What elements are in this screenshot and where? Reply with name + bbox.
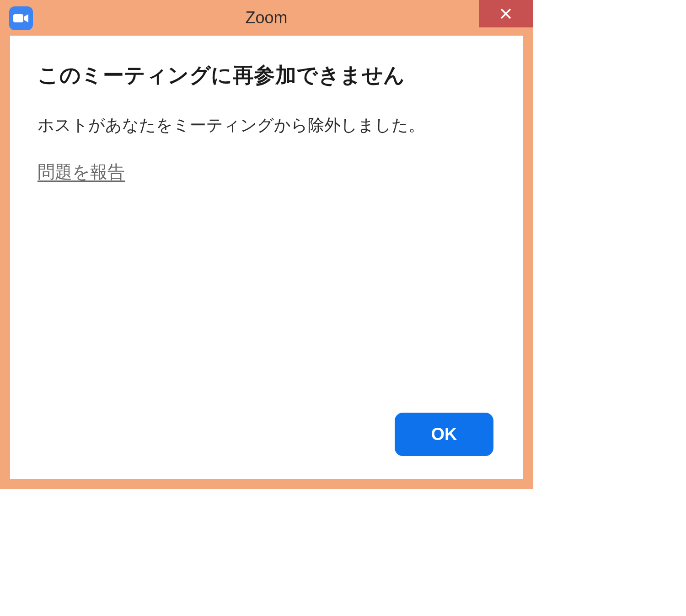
window-title: Zoom xyxy=(0,8,533,27)
spacer xyxy=(38,184,495,413)
svg-rect-0 xyxy=(13,14,23,22)
close-icon xyxy=(500,8,512,20)
dialog-message: ホストがあなたをミーティングから除外しました。 xyxy=(38,114,495,137)
close-button[interactable] xyxy=(479,0,533,27)
report-problem-link[interactable]: 問題を報告 xyxy=(38,160,125,184)
zoom-app-icon xyxy=(9,6,33,30)
titlebar: Zoom xyxy=(0,0,533,36)
dialog-body: このミーティングに再参加できません ホストがあなたをミーティングから除外しました… xyxy=(10,36,523,479)
ok-button[interactable]: OK xyxy=(395,413,493,456)
dialog-footer: OK xyxy=(38,413,495,461)
dialog-window: Zoom このミーティングに再参加できません ホストがあなたをミーティングから除… xyxy=(0,0,533,489)
camera-icon xyxy=(13,13,29,24)
dialog-heading: このミーティングに再参加できません xyxy=(38,61,495,90)
